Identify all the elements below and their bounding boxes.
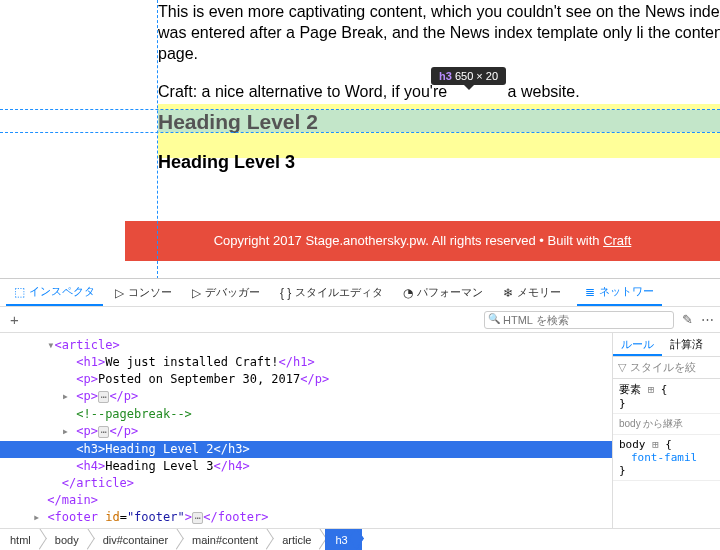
html-search [484, 311, 674, 329]
element-rule[interactable]: 要素 ⊞ {} [613, 379, 720, 414]
add-button[interactable]: + [6, 311, 23, 328]
paragraph-1: This is even more captivating content, w… [158, 2, 720, 64]
guide-top [0, 109, 720, 110]
search-input[interactable] [484, 311, 674, 329]
eyedropper-icon[interactable]: ✎ [682, 312, 693, 327]
tab-debugger[interactable]: ▷デバッガー [184, 279, 268, 306]
devtools-toolbar: + ✎ ⋯ [0, 307, 720, 333]
tooltip-tag: h3 [439, 70, 452, 82]
heading-level-2: Heading Level 2 [158, 110, 318, 134]
inherit-label: body から継承 [613, 414, 720, 435]
guide-left [157, 0, 158, 278]
tab-console[interactable]: ▷コンソー [107, 279, 180, 306]
inspector-icon: ⬚ [14, 285, 25, 299]
bc-h3[interactable]: h3 [325, 529, 361, 550]
memory-icon: ❄ [503, 286, 513, 300]
debugger-icon: ▷ [192, 286, 201, 300]
style-icon: { } [280, 286, 291, 300]
tab-rules[interactable]: ルール [613, 333, 662, 356]
styles-filter[interactable]: ▽スタイルを絞 [613, 357, 720, 379]
console-icon: ▷ [115, 286, 124, 300]
body-rule[interactable]: body ⊞ {font-famil} [613, 435, 720, 481]
devtools-tabs: ⬚インスペクタ ▷コンソー ▷デバッガー { }スタイルエディタ ◔パフォーマン… [0, 279, 720, 307]
perf-icon: ◔ [403, 286, 413, 300]
styles-tabs: ルール 計算済 [613, 333, 720, 357]
devtools-panel: ⬚インスペクタ ▷コンソー ▷デバッガー { }スタイルエディタ ◔パフォーマン… [0, 278, 720, 550]
breadcrumb: html body div#container main#content art… [0, 528, 720, 550]
bc-container[interactable]: div#container [93, 529, 182, 550]
dom-tree[interactable]: ▾<article> <h1>We just installed Craft!<… [0, 333, 612, 528]
bc-main[interactable]: main#content [182, 529, 272, 550]
tab-inspector[interactable]: ⬚インスペクタ [6, 279, 103, 306]
filter-icon: ▽ [618, 361, 626, 374]
devtools-body: ▾<article> <h1>We just installed Craft!<… [0, 333, 720, 528]
tab-style-editor[interactable]: { }スタイルエディタ [272, 279, 391, 306]
styles-pane: ルール 計算済 ▽スタイルを絞 要素 ⊞ {} body から継承 body ⊞… [612, 333, 720, 528]
tab-network[interactable]: ≣ネットワー [577, 279, 662, 306]
heading-level-3: Heading Level 3 [158, 152, 295, 173]
selected-node: <h3>Heading Level 2</h3> [0, 441, 612, 458]
tab-memory[interactable]: ❄メモリー [495, 279, 569, 306]
tab-performance[interactable]: ◔パフォーマン [395, 279, 491, 306]
bc-article[interactable]: article [272, 529, 325, 550]
tooltip-dims: 650 × 20 [455, 70, 498, 82]
network-icon: ≣ [585, 285, 595, 299]
footer-craft-link[interactable]: Craft [603, 233, 631, 248]
paragraph-2: Craft: a nice alternative to Word, if yo… [158, 82, 720, 103]
more-icon[interactable]: ⋯ [701, 312, 714, 327]
tab-computed[interactable]: 計算済 [662, 333, 711, 356]
dimensions-tooltip: h3 650 × 20 [431, 67, 506, 85]
bc-html[interactable]: html [0, 529, 45, 550]
guide-bottom [0, 132, 720, 133]
bc-body[interactable]: body [45, 529, 93, 550]
page-viewport: This is even more captivating content, w… [0, 0, 720, 278]
page-footer: Copyright 2017 Stage.anothersky.pw. All … [125, 221, 720, 261]
